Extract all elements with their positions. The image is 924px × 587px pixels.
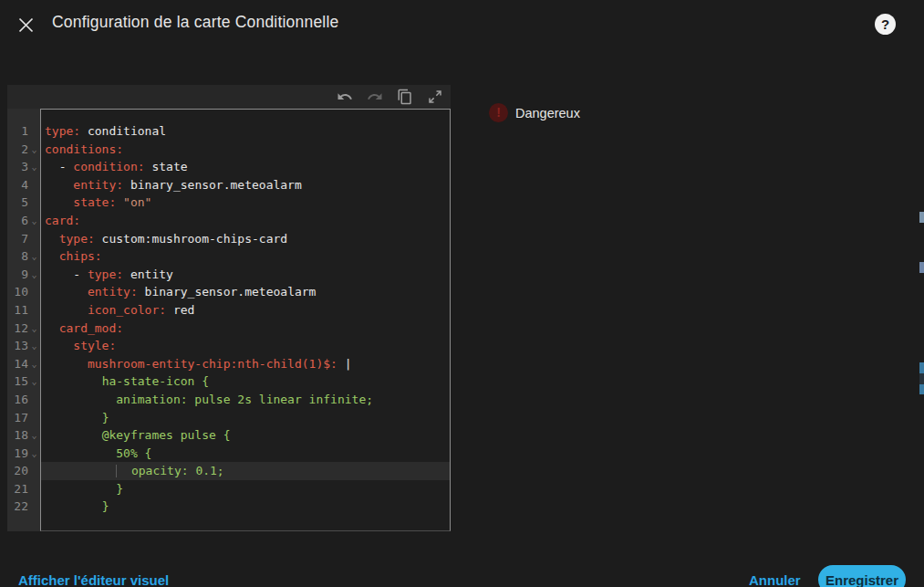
alert-circle-icon	[489, 103, 508, 122]
line-number: 14⌄	[7, 355, 40, 373]
editor-toolbar	[337, 85, 447, 109]
line-number: 4	[7, 176, 40, 194]
line-number: 11	[7, 301, 40, 320]
code-line[interactable]: 3⌄ - condition: state	[7, 158, 451, 176]
line-number: 3⌄	[7, 158, 40, 176]
fold-chevron-icon[interactable]: ⌄	[28, 141, 40, 159]
code-line[interactable]: 2⌄conditions:	[7, 141, 451, 159]
fold-spacer	[28, 462, 40, 480]
fold-spacer	[28, 498, 40, 516]
fold-spacer	[28, 122, 40, 141]
fold-spacer	[28, 480, 40, 498]
line-number: 5	[7, 194, 40, 212]
code-line[interactable]: 20 opacity: 0.1;	[7, 462, 451, 480]
fold-chevron-icon[interactable]: ⌄	[28, 355, 40, 373]
fold-chevron-icon[interactable]: ⌄	[28, 158, 40, 176]
fold-chevron-icon[interactable]: ⌄	[28, 320, 40, 338]
undo-icon[interactable]	[337, 89, 353, 105]
code-line[interactable]: 19⌄ 50% {	[7, 445, 451, 463]
fold-chevron-icon[interactable]: ⌄	[28, 426, 40, 445]
redo-icon[interactable]	[367, 89, 383, 105]
code-line[interactable]: 11 icon_color: red	[7, 301, 451, 320]
fold-spacer	[28, 283, 40, 301]
line-number: 19⌄	[7, 445, 40, 463]
line-number: 10	[7, 283, 40, 301]
line-number: 9⌄	[7, 266, 40, 284]
code-line[interactable]: 14⌄ mushroom-entity-chip:nth-child(1)$: …	[7, 355, 451, 373]
code-line[interactable]: 13⌄ style:	[7, 337, 451, 355]
code-line[interactable]: 1type: conditional	[7, 122, 451, 141]
line-number: 6⌄	[7, 212, 40, 230]
fold-chevron-icon[interactable]: ⌄	[28, 445, 40, 463]
line-number: 12⌄	[7, 320, 40, 338]
line-number: 22	[7, 498, 40, 516]
code-editor[interactable]: 1type: conditional2⌄conditions:3⌄ - cond…	[7, 109, 451, 531]
cancel-button[interactable]: Annuler	[749, 572, 801, 587]
fold-chevron-icon[interactable]: ⌄	[28, 372, 40, 391]
fold-chevron-icon[interactable]: ⌄	[28, 266, 40, 284]
screen-edge-fragment	[919, 212, 924, 223]
code-line[interactable]: 10 entity: binary_sensor.meteoalarm	[7, 283, 451, 301]
code-lines: 1type: conditional2⌄conditions:3⌄ - cond…	[7, 109, 451, 516]
line-number: 1	[7, 122, 40, 141]
fold-spacer	[28, 391, 40, 409]
save-button[interactable]: Enregistrer	[818, 565, 906, 587]
line-number: 20	[7, 462, 40, 480]
line-number: 16	[7, 391, 40, 409]
code-line[interactable]: 9⌄ - type: entity	[7, 266, 451, 284]
code-line[interactable]: 4 entity: binary_sensor.meteoalarm	[7, 176, 451, 194]
line-number: 17	[7, 409, 40, 427]
code-line[interactable]: 6⌄card:	[7, 212, 451, 230]
dialog-header: Configuration de la carte Conditionnelle…	[0, 0, 924, 51]
line-number: 2⌄	[7, 141, 40, 159]
fold-spacer	[28, 409, 40, 427]
code-line[interactable]: 7 type: custom:mushroom-chips-card	[7, 230, 451, 248]
code-line[interactable]: 15⌄ ha-state-icon {	[7, 372, 451, 391]
code-line[interactable]: 5 state: "on"	[7, 194, 451, 212]
code-line[interactable]: 18⌄ @keyframes pulse {	[7, 426, 451, 445]
line-number: 8⌄	[7, 247, 40, 266]
code-line[interactable]: 16 animation: pulse 2s linear infinite;	[7, 391, 451, 409]
screen-edge-fragment	[919, 362, 924, 394]
close-icon[interactable]	[13, 12, 38, 37]
fold-spacer	[28, 194, 40, 212]
code-line[interactable]: 8⌄ chips:	[7, 247, 451, 266]
code-line[interactable]: 12⌄ card_mod:	[7, 320, 451, 338]
dialog-title: Configuration de la carte Conditionnelle	[52, 13, 338, 32]
fullscreen-icon[interactable]	[427, 89, 443, 105]
line-number: 13⌄	[7, 337, 40, 355]
line-number: 7	[7, 230, 40, 248]
fold-spacer	[28, 230, 40, 248]
fold-spacer	[28, 301, 40, 320]
fold-chevron-icon[interactable]: ⌄	[28, 247, 40, 266]
fold-spacer	[28, 176, 40, 194]
screen-edge-fragment	[919, 262, 924, 273]
chip-label: Dangereux	[515, 106, 580, 121]
yaml-editor-panel: 1type: conditional2⌄conditions:3⌄ - cond…	[7, 85, 451, 531]
show-visual-editor-link[interactable]: Afficher l'éditeur visuel	[18, 572, 169, 587]
card-preview-chip[interactable]: Dangereux	[489, 103, 580, 122]
help-icon[interactable]: ?	[875, 14, 896, 35]
copy-icon[interactable]	[397, 89, 413, 105]
fold-chevron-icon[interactable]: ⌄	[28, 337, 40, 355]
line-number: 15⌄	[7, 372, 40, 391]
code-line[interactable]: 21 }	[7, 480, 451, 498]
line-number: 21	[7, 480, 40, 498]
code-line[interactable]: 17 }	[7, 409, 451, 427]
fold-chevron-icon[interactable]: ⌄	[28, 212, 40, 230]
code-line[interactable]: 22 }	[7, 498, 451, 516]
line-number: 18⌄	[7, 426, 40, 445]
